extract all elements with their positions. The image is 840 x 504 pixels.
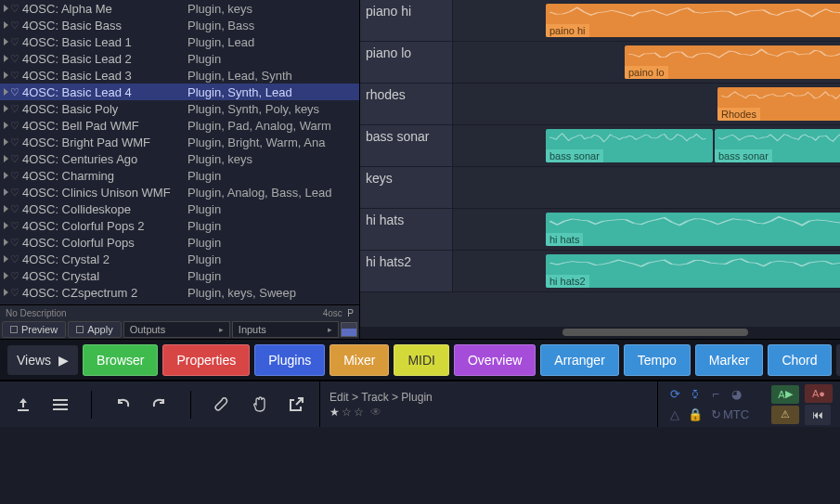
audio-clip[interactable]: bass sonar [715,129,840,162]
apply-button[interactable]: Apply [68,321,122,338]
preset-row[interactable]: ♡4OSC: Centuries AgoPlugin, keys [0,150,359,167]
preset-tags: Plugin [187,219,355,233]
mtc-label[interactable]: MTC [727,406,745,424]
badge-warning[interactable]: ⚠ [771,406,799,424]
preset-row[interactable]: ♡4OSC: CZspectrum 2Plugin, keys, Sweep [0,284,359,301]
preset-row[interactable]: ♡4OSC: Basic Lead 3Plugin, Lead, Synth [0,67,359,84]
track-lane[interactable]: hi hats [453,209,840,250]
preset-row[interactable]: ♡4OSC: Basic Lead 4Plugin, Synth, Lead [0,84,359,100]
favorite-icon[interactable]: ♡ [10,136,19,149]
tab-plugins[interactable]: Plugins [254,344,325,376]
preset-row[interactable]: ♡4OSC: Colorful PopsPlugin [0,234,359,251]
volume-slider[interactable] [341,322,357,337]
audio-clip[interactable]: Rhodes [717,87,840,121]
favorite-icon[interactable]: ♡ [10,220,19,232]
preset-row[interactable]: ♡4OSC: Basic Lead 1Plugin, Lead [0,33,359,50]
track-lane[interactable]: hi hats2 [453,251,840,291]
preset-row[interactable]: ♡4OSC: CrystalPlugin [0,267,359,284]
preset-row[interactable]: ♡4OSC: Colorful Pops 2Plugin [0,217,359,234]
track-lane[interactable] [453,167,840,208]
track-header[interactable]: bass sonar [360,125,453,166]
tab-tempo[interactable]: Tempo [624,344,691,376]
preset-row[interactable]: ♡4OSC: CharmingPlugin [0,167,359,184]
track-header[interactable]: rhodes [360,84,453,124]
expand-icon [4,272,8,279]
rating-stars[interactable]: ★☆☆ 👁 [330,406,648,419]
inputs-select[interactable]: Inputs▸ [232,321,339,338]
favorite-icon[interactable]: ♡ [10,86,19,98]
preset-row[interactable]: ♡4OSC: Basic Lead 2Plugin [0,50,359,67]
track-lane[interactable]: paino lo [453,42,840,83]
preset-row[interactable]: ♡4OSC: Basic PolyPlugin, Synth, Poly, ke… [0,100,359,117]
track-name: bass sonar [366,129,429,144]
tab-chord[interactable]: Chord [768,344,831,376]
preset-row[interactable]: ♡4OSC: Crystal 2Plugin [0,251,359,267]
views-button[interactable]: Views ▶ [7,345,78,375]
badge-a[interactable]: A▶ [771,385,799,404]
tab-browser[interactable]: Browser [83,344,158,376]
track-header[interactable]: piano hi [360,0,453,41]
loop-icon[interactable]: ⟳ [666,385,684,404]
track-header[interactable]: piano lo [360,42,453,83]
audio-clip[interactable]: hi hats [546,213,840,246]
share-icon[interactable] [286,394,306,415]
favorite-icon[interactable]: ♡ [10,36,19,48]
preset-row[interactable]: ♡4OSC: Bright Pad WMFPlugin, Bright, War… [0,134,359,150]
menu-icon[interactable] [50,394,71,415]
favorite-icon[interactable]: ♡ [10,70,19,82]
favorite-icon[interactable]: ♡ [10,187,19,199]
wrench-icon[interactable] [212,394,232,415]
hand-icon[interactable] [249,394,269,415]
audio-clip[interactable]: paino lo [625,45,840,79]
preset-row[interactable]: ♡4OSC: Basic BassPlugin, Bass [0,17,359,33]
favorite-icon[interactable]: ♡ [10,237,19,249]
redo-icon[interactable] [149,394,170,415]
favorite-icon[interactable]: ♡ [10,170,19,182]
tab-mixer[interactable]: Mixer [330,344,389,376]
bracket-icon[interactable]: ⌐ [706,385,725,404]
preset-row[interactable]: ♡4OSC: Clinics Unison WMFPlugin, Analog,… [0,184,359,200]
tab-midi[interactable]: MIDI [394,344,449,376]
tab-marker[interactable]: Marker [695,344,764,376]
audio-clip[interactable]: bass sonar [546,129,713,162]
preset-list[interactable]: ♡4OSC: Alpha MePlugin, keys♡4OSC: Basic … [0,0,359,304]
track-lane[interactable]: bass sonarbass sonarbass sonar [453,125,840,166]
favorite-icon[interactable]: ♡ [10,3,19,15]
badge-record[interactable]: A● [805,384,833,403]
favorite-icon[interactable]: ♡ [10,287,19,299]
preset-row[interactable]: ♡4OSC: Alpha MePlugin, keys [0,0,359,17]
favorite-icon[interactable]: ♡ [10,203,19,215]
track: hi hats2hi hats2 [360,251,840,292]
favorite-icon[interactable]: ♡ [10,270,19,282]
audio-clip[interactable]: hi hats2 [546,254,840,288]
add-tab-button[interactable]: + [836,344,840,376]
track-header[interactable]: keys [360,167,453,208]
track-header[interactable]: hi hats2 [360,251,453,291]
track-header[interactable]: hi hats [360,209,453,250]
upload-icon[interactable] [13,394,33,415]
track-lane[interactable]: paino hi [453,0,840,41]
preview-button[interactable]: Preview [2,321,66,338]
audio-clip[interactable]: paino hi [546,4,840,37]
favorite-icon[interactable]: ♡ [10,53,19,65]
favorite-icon[interactable]: ♡ [10,153,19,165]
tab-overview[interactable]: Overview [454,344,536,376]
metronome-icon[interactable]: △ [666,406,684,424]
palette-icon[interactable]: ◕ [727,385,745,404]
rewind-button[interactable]: ⏮ [805,405,831,425]
lock-icon[interactable]: 🔒 [686,406,704,424]
horizontal-scrollbar[interactable] [360,327,840,339]
outputs-select[interactable]: Outputs▸ [123,321,230,338]
preset-row[interactable]: ♡4OSC: CollideskopePlugin [0,200,359,217]
favorite-icon[interactable]: ♡ [10,120,19,132]
preset-row[interactable]: ♡4OSC: Bell Pad WMFPlugin, Pad, Analog, … [0,117,359,134]
favorite-icon[interactable]: ♡ [10,103,19,115]
favorite-icon[interactable]: ♡ [10,253,19,265]
tab-arranger[interactable]: Arranger [540,344,618,376]
tab-properties[interactable]: Properties [162,344,250,376]
track-lane[interactable]: Rhodes [453,84,840,124]
magnet-icon[interactable]: ⧲ [686,385,704,404]
undo-icon[interactable] [112,394,133,415]
favorite-icon[interactable]: ♡ [10,19,19,32]
breadcrumb-path[interactable]: Edit > Track > Plugin [330,391,648,404]
